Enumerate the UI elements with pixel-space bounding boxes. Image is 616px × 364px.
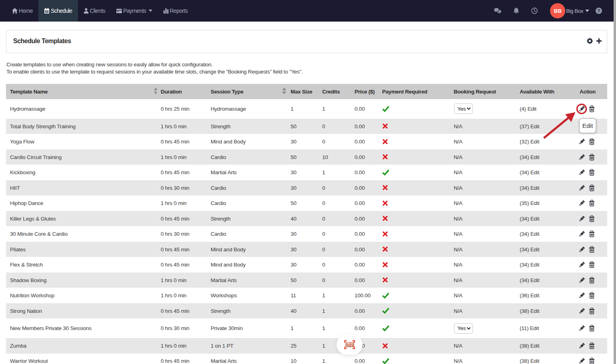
svg-text:?: ? <box>597 8 600 13</box>
